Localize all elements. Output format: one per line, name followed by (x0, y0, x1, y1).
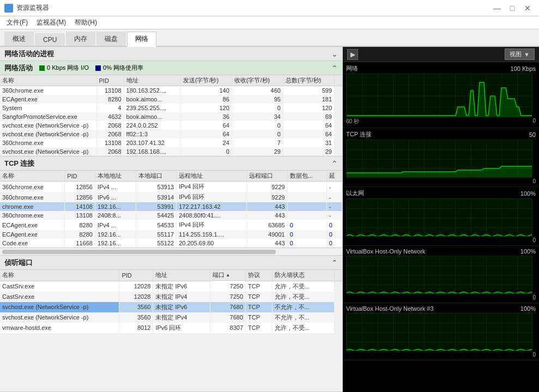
tab-overview[interactable]: 概述 (4, 32, 34, 46)
network-activity-row[interactable]: svchost.exe (NetworkService -p) 2068 ff0… (0, 130, 342, 138)
col-listen-addr: 地址 (153, 270, 210, 281)
cell-tcp-packets: 0 (287, 230, 326, 239)
network-activity-table-container[interactable]: 名称 PID 地址 发送(字节/秒) 收收(字节/秒) 总数(字节/秒) 360… (0, 75, 342, 156)
cell-tcp-pid: 14108 (65, 202, 95, 211)
cell-tcp-name: 360chrome.exe (0, 192, 65, 202)
cell-tcp-delay: - (326, 192, 342, 202)
tcp-row[interactable]: 360chrome.exe 12856 IPv4 ... 53913 IPv4 … (0, 182, 342, 192)
listen-table-container[interactable]: 名称 PID 地址 端口 ▲ 协议 防火墙状态 CastSrv.exe 1202… (0, 270, 342, 352)
cell-send: 120 (180, 104, 232, 112)
cell-tcp-local-port: 53914 (136, 192, 177, 202)
listen-row[interactable]: vmware-hostd.exe 8012 IPv6 回环 8307 TCP 允… (0, 323, 342, 333)
network-activity-row[interactable]: System 4 239.255.255.... 120 0 120 (0, 104, 342, 112)
tcp-table-container[interactable]: 名称 PID 本地地址 本地端口 远程地址 远程端口 数据包... 延 360c… (0, 171, 342, 255)
charts-container: 网络 100 Kbps 60 秒 0 TCP 连接 50 (343, 62, 539, 360)
cell-addr: 180.163.252.... (124, 86, 180, 95)
tcp-title: TCP 连接 (4, 159, 34, 168)
rp-nav-button[interactable]: ▶ (347, 49, 358, 60)
network-activity-header[interactable]: 网络活动 0 Kbps 网络 I/O 0% 网络使用率 ⌃ (0, 61, 342, 75)
tcp-horizontal-scroll[interactable] (0, 248, 342, 255)
cell-tcp-pid: 12856 (65, 192, 95, 202)
right-panel-header: ▶ 视图 ▼ (343, 47, 539, 62)
cell-tcp-delay: 0 (326, 230, 342, 239)
rp-view-button[interactable]: 视图 ▼ (505, 49, 535, 60)
listen-row[interactable]: CastSrv.exe 12028 未指定 IPv4 7250 TCP 允许，不… (0, 292, 342, 302)
network-activity-row[interactable]: 360chrome.exe 13108 180.163.252.... 140 … (0, 86, 342, 95)
chart-section: TCP 连接 50 0 (343, 128, 539, 187)
chart-bottom-row: 0 (346, 237, 536, 243)
col-name: 名称 (0, 75, 96, 86)
listen-header[interactable]: 侦听端口 ⌃ (0, 256, 342, 270)
tcp-row[interactable]: 360chrome.exe 13108 2408:8... 54425 2408… (0, 211, 342, 220)
right-panel: ▶ 视图 ▼ 网络 100 Kbps 60 秒 0 (343, 47, 539, 392)
network-activity-table: 名称 PID 地址 发送(字节/秒) 收收(字节/秒) 总数(字节/秒) 360… (0, 75, 342, 156)
maximize-button[interactable]: □ (505, 1, 519, 15)
cell-send: 36 (180, 112, 232, 121)
section-network-activity: 网络活动 0 Kbps 网络 I/O 0% 网络使用率 ⌃ (0, 61, 342, 156)
col-recv: 收收(字节/秒) (232, 75, 283, 86)
cell-listen-name: svchost.exe (NetworkService -p) (0, 302, 119, 312)
cell-listen-firewall: 允许，不受... (272, 292, 334, 302)
cell-total: 64 (283, 121, 334, 130)
col-send: 发送(字节/秒) (180, 75, 232, 86)
app-title: 资源监视器 (16, 3, 49, 13)
cell-listen-pid: 3560 (119, 312, 153, 323)
chart-bottom-row: 0 (346, 352, 536, 358)
cell-tcp-remote-port: 49001 (247, 230, 288, 239)
cell-tcp-remote-addr: IPv6 回环 (177, 192, 247, 202)
close-button[interactable]: ✕ (520, 1, 535, 15)
tcp-row[interactable]: 360chrome.exe 12856 IPv6 ... 53914 IPv6 … (0, 192, 342, 202)
cell-recv: 0 (232, 130, 283, 138)
cell-tcp-delay: 0 (326, 239, 342, 248)
cell-tcp-packets (287, 202, 326, 211)
listen-row[interactable]: svchost.exe (NetworkService -p) 3560 未指定… (0, 302, 342, 312)
network-activity-row[interactable]: svchost.exe (NetworkService -p) 2068 224… (0, 121, 342, 130)
tab-cpu[interactable]: CPU (35, 33, 65, 46)
col-listen-scroll (335, 270, 342, 281)
network-process-header[interactable]: 网络活动的进程 ⌄ (0, 47, 342, 61)
app-icon (4, 4, 13, 13)
tab-memory[interactable]: 内存 (66, 32, 95, 46)
cell-name: svchost.exe (NetworkService -p) (0, 121, 96, 130)
cell-tcp-local-port: 53991 (136, 202, 177, 211)
tab-network[interactable]: 网络 (127, 32, 156, 47)
cell-total: 181 (283, 95, 334, 104)
menu-monitor[interactable]: 监视器(M) (32, 17, 70, 28)
listen-header-row: 名称 PID 地址 端口 ▲ 协议 防火墙状态 (0, 270, 342, 281)
cell-tcp-local-addr: 192.16... (95, 230, 136, 239)
cell-pid: 13108 (96, 86, 124, 95)
cell-recv: 95 (232, 95, 283, 104)
cell-total: 599 (283, 86, 334, 95)
tab-bar: 概述 CPU 内存 磁盘 网络 (0, 29, 539, 47)
cell-listen-pid: 12028 (119, 292, 153, 302)
tcp-header[interactable]: TCP 连接 ⌃ (0, 156, 342, 171)
tab-disk[interactable]: 磁盘 (96, 32, 126, 46)
listen-row[interactable]: svchost.exe (NetworkService -p) 3560 未指定… (0, 312, 342, 323)
network-activity-row[interactable]: 360chrome.exe 13108 203.107.41.32 24 7 3… (0, 138, 342, 147)
network-activity-row[interactable]: ECAgent.exe 8280 book.aimoo... 86 95 181 (0, 95, 342, 104)
cell-tcp-packets: 0 (287, 220, 326, 230)
network-activity-row[interactable]: svchost.exe (NetworkService -p) 2068 192… (0, 147, 342, 156)
cell-total: 31 (283, 138, 334, 147)
chart-max-label: 100% (520, 248, 536, 255)
tcp-row[interactable]: ECAgent.exe 8280 192.16... 55117 114.255… (0, 230, 342, 239)
listen-row[interactable]: CastSrv.exe 12028 未指定 IPv6 7250 TCP 允许，不… (0, 281, 342, 292)
cell-send: 64 (180, 121, 232, 130)
tcp-row[interactable]: Code.exe 11668 192.16... 55122 20.205.69… (0, 239, 342, 248)
cell-listen-name: vmware-hostd.exe (0, 323, 119, 333)
col-listen-name: 名称 (0, 270, 119, 281)
cell-tcp-remote-port: 443 (247, 202, 288, 211)
cell-tcp-name: 360chrome.exe (0, 211, 65, 220)
left-panel: 网络活动的进程 ⌄ 网络活动 0 Kbps 网络 I/O 0% 网络使用率 ⌃ (0, 47, 343, 392)
menu-help[interactable]: 帮助(H) (70, 17, 101, 28)
minimize-button[interactable]: — (490, 1, 504, 15)
cell-tcp-remote-port: 63685 (247, 220, 288, 230)
cell-pid: 2068 (96, 147, 124, 156)
cell-listen-port: 7680 (210, 312, 246, 323)
menu-file[interactable]: 文件(F) (2, 17, 32, 28)
network-activity-row[interactable]: SangforPromoteService.exe 4632 book.aimo… (0, 112, 342, 121)
col-tcp-local-addr: 本地地址 (95, 171, 136, 182)
chart-section: 网络 100 Kbps 60 秒 0 (343, 62, 539, 128)
tcp-row[interactable]: ECAgent.exe 8280 IPv4 ... 54533 IPv4 回环 … (0, 220, 342, 230)
tcp-row[interactable]: chrome.exe 14108 192.16... 53991 172.217… (0, 202, 342, 211)
